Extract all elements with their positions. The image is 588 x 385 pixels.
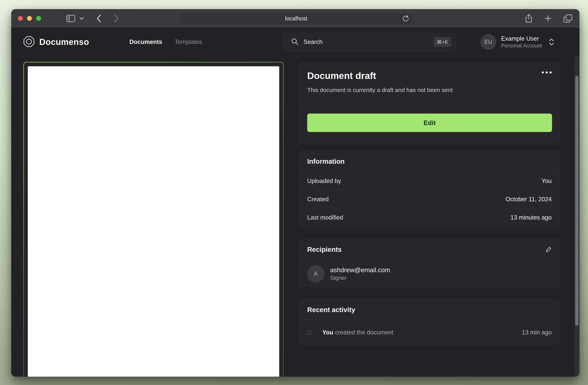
reload-icon[interactable] <box>402 15 409 22</box>
edit-recipients-pencil-icon[interactable] <box>546 246 552 252</box>
user-account-type: Personal Account <box>501 42 542 49</box>
tab-overview-icon[interactable] <box>564 14 572 23</box>
zoom-window-button[interactable] <box>36 16 41 21</box>
recipients-title: Recipients <box>307 246 342 253</box>
browser-window: localhost <box>11 9 579 377</box>
info-row-created: Created October 11, 2024 <box>299 190 559 208</box>
user-avatar: EU <box>481 34 496 50</box>
app-header: Documenso Documents Templates Search ⌘+K… <box>11 28 579 56</box>
recipients-card: Recipients A ashdrew@email.com Signer <box>299 239 560 287</box>
nav-documents[interactable]: Documents <box>129 39 162 45</box>
edit-button[interactable]: Edit <box>307 113 552 132</box>
search-placeholder: Search <box>304 39 323 45</box>
brand-name: Documenso <box>39 37 89 47</box>
recipient-role: Signer <box>330 274 390 282</box>
recipient-email: ashdrew@email.com <box>330 266 390 274</box>
nav-templates[interactable]: Templates <box>175 39 202 45</box>
url-text: localhost <box>285 15 307 22</box>
forward-icon[interactable] <box>114 14 119 23</box>
browser-titlebar: localhost <box>11 9 579 28</box>
back-icon[interactable] <box>96 14 102 23</box>
sidebar-toggle-icon[interactable] <box>66 15 75 22</box>
info-label: Created <box>307 196 329 203</box>
activity-bullet-icon <box>307 330 312 335</box>
search-input[interactable]: Search ⌘+K <box>283 33 456 51</box>
scrollbar-track[interactable] <box>574 56 579 377</box>
document-page <box>28 66 279 377</box>
activity-action: created the document <box>333 329 393 336</box>
info-label: Last modified <box>307 214 343 221</box>
user-name: Example User <box>501 35 542 42</box>
new-tab-icon[interactable] <box>544 15 552 22</box>
user-menu[interactable]: EU Example User Personal Account <box>481 28 554 56</box>
information-card: Information Uploaded by You Created Octo… <box>299 151 560 226</box>
scrollbar-thumb[interactable] <box>575 76 578 326</box>
information-title: Information <box>307 158 344 165</box>
activity-text: You created the document <box>322 329 393 336</box>
sidebar-chevron-down-icon[interactable] <box>79 17 84 20</box>
activity-time: 13 min ago <box>522 329 552 336</box>
activity-row: You created the document 13 min ago <box>299 320 559 345</box>
divider <box>299 106 559 107</box>
search-icon <box>291 38 298 46</box>
traffic-lights <box>18 16 41 21</box>
address-bar[interactable]: localhost <box>180 12 413 24</box>
document-preview-card <box>23 62 284 377</box>
info-value: October 11, 2024 <box>506 196 552 203</box>
toolbar-separator <box>77 14 77 23</box>
document-preview-frame <box>24 62 283 377</box>
recent-activity-title: Recent activity <box>307 306 355 314</box>
share-icon[interactable] <box>525 14 532 23</box>
recipient-avatar: A <box>307 265 324 282</box>
minimize-window-button[interactable] <box>27 16 32 21</box>
search-shortcut-badge: ⌘+K <box>434 37 451 47</box>
main-content: Document draft This document is currentl… <box>11 56 579 377</box>
main-nav: Documents Templates <box>129 28 202 56</box>
more-options-icon[interactable] <box>542 71 552 73</box>
brand[interactable]: Documenso <box>23 28 89 56</box>
document-status-title: Document draft <box>307 63 552 81</box>
recipient-row: A ashdrew@email.com Signer <box>299 260 559 282</box>
recent-activity-card: Recent activity You created the document… <box>299 299 560 345</box>
documenso-logo-icon <box>23 36 35 48</box>
chevron-up-down-icon <box>549 39 554 45</box>
info-value: 13 minutes ago <box>510 214 552 221</box>
info-value: You <box>542 178 552 184</box>
info-row-last-modified: Last modified 13 minutes ago <box>299 208 559 226</box>
close-window-button[interactable] <box>18 16 23 21</box>
info-label: Uploaded by <box>307 178 341 184</box>
info-row-uploaded-by: Uploaded by You <box>299 172 559 190</box>
document-status-subtitle: This document is currently a draft and h… <box>307 86 552 94</box>
document-draft-card: Document draft This document is currentl… <box>299 63 560 143</box>
activity-actor: You <box>322 329 333 336</box>
